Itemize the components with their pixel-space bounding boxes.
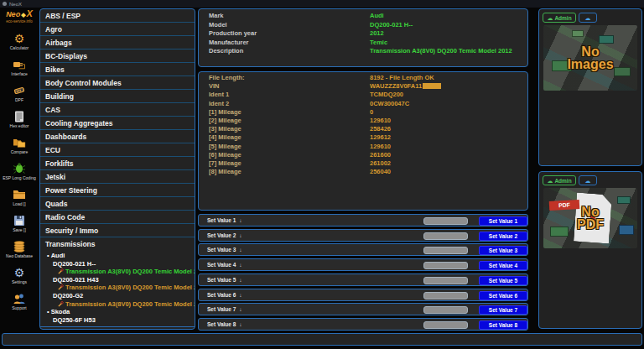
info-value: DQ200-021 H-- (370, 21, 413, 30)
tree-model-dq200-021-h43[interactable]: DQ200-021 H43 (40, 276, 195, 284)
title-bar: NeoX (0, 0, 644, 8)
file-info-label: [5] Mileage (209, 143, 242, 151)
info-label: Description (209, 47, 243, 56)
sidebar-item-load[interactable]: Load [] (0, 184, 39, 210)
pdf-cloud-button[interactable]: ☁ (579, 175, 597, 185)
set-value-button-4[interactable]: Set Value 4 (479, 261, 527, 270)
set-value-row-2: Set Value 2↓ Set Value 2 (198, 229, 528, 242)
mileage-value: 0 (370, 108, 373, 117)
category-item-building[interactable]: Building (40, 90, 195, 103)
media-column: ☁ Admin ☁ No Images ☁ Admin ☁ (538, 8, 642, 331)
category-item-radio-code[interactable]: Radio Code (40, 211, 195, 224)
info-row: Production year2012 (199, 29, 527, 39)
set-value-button-8[interactable]: Set Value 8 (479, 320, 527, 330)
set-value-button-1[interactable]: Set Value 1 (479, 216, 527, 226)
category-item-jetski[interactable]: Jetski (40, 170, 195, 184)
category-item-quads[interactable]: Quads (40, 197, 195, 211)
window-title: NeoX (9, 2, 22, 7)
transmissions-tree: •Audi DQ200-021 H-- Transmission A3(8V0)… (40, 252, 195, 327)
category-item-cas[interactable]: CAS (40, 103, 195, 117)
set-value-input-6[interactable] (423, 292, 468, 300)
mileage-value: 129612 (370, 133, 391, 142)
logo-diamond-icon: ◆ (20, 12, 26, 18)
set-value-input-4[interactable] (423, 262, 468, 269)
tree-leaf-dq200-2013[interactable]: Transmission A3(8V0) DQ200 Temic Model 2… (40, 300, 195, 309)
file-info-row: Ident 1TCMDQ200 (199, 91, 527, 99)
admin-button-label: Admin (554, 178, 571, 184)
compare-icon (13, 135, 26, 149)
sidebar-item-label: Settings (12, 280, 27, 284)
category-item-security-immo[interactable]: Security / Immo (40, 224, 195, 237)
sidebar-item-compare[interactable]: Compare (0, 132, 39, 158)
file-length-value: 8192 - File Length OK (370, 74, 434, 82)
set-value-button-2[interactable]: Set Value 2 (479, 232, 527, 241)
tree-brand-audi[interactable]: •Audi (40, 252, 195, 260)
tree-leaf-dq200-2012[interactable]: Transmission A3(8V0) DQ200 Temic Model 2… (40, 284, 195, 292)
esp-long-coding-icon (13, 161, 26, 175)
sidebar-item-esp-long-coding[interactable]: ESP Long Coding (0, 158, 39, 184)
category-item-agro[interactable]: Agro (40, 23, 195, 36)
category-item-bikes[interactable]: Bikes (40, 63, 195, 76)
images-admin-button[interactable]: ☁ Admin (543, 13, 576, 23)
set-value-label: Set Value 8↓ (207, 319, 242, 331)
set-value-button-6[interactable]: Set Value 6 (479, 291, 527, 300)
ident2-value: 0CW300047C (370, 100, 409, 108)
set-value-input-5[interactable] (423, 277, 468, 284)
sidebar-item-save[interactable]: Save [] (0, 210, 39, 236)
interface-icon (13, 57, 26, 71)
file-info-row: [4] Mileage129612 (199, 133, 527, 142)
sidebar-item-settings[interactable]: ⚙ Settings (0, 262, 39, 288)
set-value-input-8[interactable] (423, 321, 468, 329)
set-value-button-5[interactable]: Set Value 5 (479, 276, 527, 285)
sidebar-item-label: Load [] (13, 202, 25, 206)
sidebar-item-label: Support (12, 306, 27, 310)
category-item-cooling-aggregates[interactable]: Cooling Aggregates (40, 117, 195, 130)
set-value-input-7[interactable] (423, 306, 468, 314)
sidebar-item-hex-editor[interactable]: Hex editor (0, 106, 39, 132)
category-item-abs-esp[interactable]: ABS / ESP (40, 9, 195, 23)
category-item-airbags[interactable]: Airbags (40, 36, 195, 49)
tree-model-dq250-6f-h53[interactable]: DQ250-6F H53 (40, 316, 195, 325)
tree-model-dq200-021-h[interactable]: DQ200-021 H-- (40, 260, 195, 268)
category-item-power-steering[interactable]: Power Steering (40, 184, 195, 197)
file-info-label: File Length: (209, 74, 245, 82)
images-cloud-button[interactable]: ☁ (579, 13, 597, 23)
tree-model-dq200-g2[interactable]: DQ200-G2 (40, 292, 195, 300)
category-item-ecu[interactable]: ECU (40, 143, 195, 157)
database-coins-icon (13, 239, 26, 253)
category-item-bc-displays[interactable]: BC-Displays (40, 49, 195, 63)
pdf-admin-button[interactable]: ☁ Admin (543, 175, 576, 185)
info-row: ManufacturerTemic (199, 39, 527, 48)
info-value: Transmission A3(8V0) DQ200 Temic Model 2… (370, 47, 512, 56)
category-item-body-control-modules[interactable]: Body Control Modules (40, 76, 195, 90)
category-item-dashboards[interactable]: Dashboards (40, 130, 195, 143)
sidebar-item-neo-database[interactable]: Neo Database (0, 236, 39, 262)
tree-leaf-dq200-2012-selected[interactable]: Transmission A3(8V0) DQ200 Temic Model 2… (40, 268, 195, 276)
admin-button-label: Admin (554, 15, 571, 21)
set-value-input-1[interactable] (423, 217, 468, 225)
file-info-row: [8] Mileage256040 (199, 168, 527, 176)
mileage-value: 129610 (370, 143, 391, 151)
vin-text: WAUZZZ8V0FA11 (370, 82, 422, 90)
set-value-row-7: Set Value 7↓ Set Value 7 (198, 303, 528, 315)
sidebar-items: ⚙ Calculator Interface DPF Hex editor (0, 28, 39, 314)
tree-brand-skoda[interactable]: •Skoda (40, 308, 195, 316)
pdf-panel: ☁ Admin ☁ PDF No PDF (538, 171, 642, 329)
sidebar-item-dpf[interactable]: DPF (0, 80, 39, 106)
sidebar-item-calculator[interactable]: ⚙ Calculator (0, 28, 39, 54)
category-item-transmissions[interactable]: Transmissions (40, 237, 195, 251)
sidebar-item-support[interactable]: Support (0, 288, 39, 314)
sidebar-item-interface[interactable]: Interface (0, 54, 39, 80)
app-logo: Neo◆X eco-service.info (0, 9, 39, 23)
set-value-row-5: Set Value 5↓ Set Value 5 (198, 273, 528, 286)
mileage-value: 129610 (370, 117, 391, 125)
wrench-icon (58, 284, 64, 290)
logo-name-b: X (27, 8, 33, 18)
set-value-input-3[interactable] (423, 247, 468, 254)
set-value-input-2[interactable] (423, 232, 468, 240)
category-item-forklifts[interactable]: Forklifts (40, 157, 195, 170)
set-value-button-3[interactable]: Set Value 3 (479, 246, 527, 255)
down-arrow-icon: ↓ (239, 262, 242, 268)
set-value-label: Set Value 2↓ (207, 230, 242, 242)
set-value-button-7[interactable]: Set Value 7 (479, 305, 527, 315)
